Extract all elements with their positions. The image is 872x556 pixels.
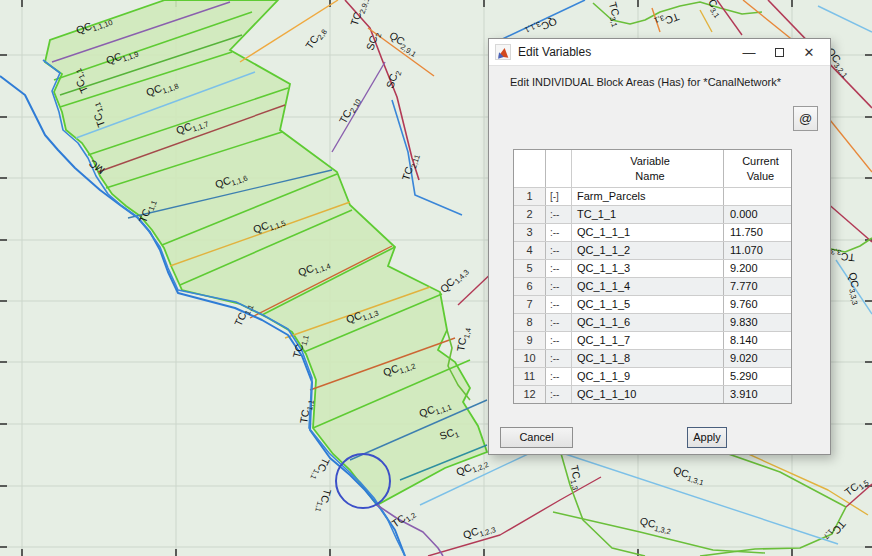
row-index[interactable]: 3 [514,224,546,241]
header-current-value: Current Value [724,150,791,187]
table-row[interactable]: 10:--QC_1_1_89.020 [514,349,791,367]
map-label: TC1,4 [454,326,473,353]
current-value-cell[interactable]: 8.140 [724,332,791,349]
tree-toggle-icon[interactable]: :-- [546,350,572,367]
cancel-button[interactable]: Cancel [500,427,573,448]
current-value-cell[interactable]: 11.070 [724,242,791,259]
variables-table-body: 1[-]Farm_Parcels2:--TC_1_10.0003:--QC_1_… [514,187,791,403]
row-index[interactable]: 10 [514,350,546,367]
table-row[interactable]: 5:--QC_1_1_39.200 [514,259,791,277]
row-index[interactable]: 8 [514,314,546,331]
row-index[interactable]: 12 [514,386,546,403]
map-label: TC2,9,1 [348,0,372,28]
map-label: SC2 [364,30,384,52]
crimson-a-line [717,0,742,35]
tree-toggle-icon[interactable]: :-- [546,260,572,277]
row-index[interactable]: 6 [514,278,546,295]
current-value-cell[interactable]: 9.200 [724,260,791,277]
table-row[interactable]: 12:--QC_1_1_103.910 [514,385,791,403]
variable-name-cell[interactable]: Farm_Parcels [572,188,724,205]
table-row[interactable]: 4:--QC_1_1_211.070 [514,241,791,259]
map-label: QC1,4,3 [437,263,470,296]
tree-toggle-icon[interactable]: :-- [546,224,572,241]
variable-name-cell[interactable]: QC_1_1_10 [572,386,724,403]
map-label: QC3,1,1 [523,13,559,40]
variable-name-cell[interactable]: QC_1_1_8 [572,350,724,367]
row-index[interactable]: 7 [514,296,546,313]
variable-name-cell[interactable]: QC_1_1_7 [572,332,724,349]
green-m-line [700,507,846,556]
lightblue-d-line [818,6,872,32]
dialog-titlebar[interactable]: Edit Variables — ✕ [489,39,830,66]
tree-toggle-icon[interactable]: :-- [546,278,572,295]
current-value-cell[interactable]: 3.910 [724,386,791,403]
map-label: QC1,3,1 [671,464,706,488]
row-index[interactable]: 4 [514,242,546,259]
variable-name-cell[interactable]: QC_1_1_4 [572,278,724,295]
current-value-cell[interactable]: 5.290 [724,368,791,385]
tree-toggle-icon[interactable]: :-- [546,386,572,403]
table-row[interactable]: 1[-]Farm_Parcels [514,187,791,205]
map-label: TC1,5 [842,474,870,501]
table-row[interactable]: 11:--QC_1_1_95.290 [514,367,791,385]
variable-name-cell[interactable]: QC_1_1_9 [572,368,724,385]
qc-3-1-1-line [496,0,585,42]
orange-e-line [826,115,872,172]
current-value-cell[interactable]: 9.830 [724,314,791,331]
tree-toggle-icon[interactable]: [-] [546,188,572,205]
variable-name-cell[interactable]: TC_1_1 [572,206,724,223]
variable-name-cell[interactable]: QC_1_1_1 [572,224,724,241]
edit-variables-dialog: Edit Variables — ✕ Edit INDIVIDUAL Block… [488,38,831,455]
row-index[interactable]: 2 [514,206,546,223]
row-index[interactable]: 5 [514,260,546,277]
table-row[interactable]: 7:--QC_1_1_59.760 [514,295,791,313]
current-value-cell[interactable]: 9.760 [724,296,791,313]
map-label: QC1,2,3 [461,519,496,543]
tree-toggle-icon[interactable]: :-- [546,296,572,313]
row-index[interactable]: 11 [514,368,546,385]
header-index [514,150,546,187]
close-icon[interactable]: ✕ [794,41,824,63]
map-label: TC1,1 [313,487,334,514]
current-value-cell[interactable]: 7.770 [724,278,791,295]
minimize-icon[interactable]: — [734,41,764,63]
variable-name-cell[interactable]: QC_1_1_5 [572,296,724,313]
apply-button[interactable]: Apply [687,427,727,448]
current-value-cell[interactable]: 9.020 [724,350,791,367]
tree-toggle-icon[interactable]: :-- [546,332,572,349]
map-label: TC3,1 [604,1,625,28]
header-tree [546,150,572,187]
tree-toggle-icon[interactable]: :-- [546,206,572,223]
application-window: QC1,1,10QC1,1,9QC1,1,8QC1,1,7QC1,1,6QC1,… [0,0,872,556]
map-label: TC1,1 [308,455,332,483]
tree-toggle-icon[interactable]: :-- [546,242,572,259]
variable-name-cell[interactable]: QC_1_1_2 [572,242,724,259]
dialog-title: Edit Variables [518,45,734,59]
tree-toggle-icon[interactable]: :-- [546,368,572,385]
table-row[interactable]: 8:--QC_1_1_69.830 [514,313,791,331]
dialog-subtitle: Edit INDIVIDUAL Block Areas (Has) for *C… [510,76,781,88]
table-row[interactable]: 2:--TC_1_10.000 [514,205,791,223]
matlab-logo-icon [495,44,511,60]
maximize-icon[interactable] [764,41,794,63]
table-row[interactable]: 9:--QC_1_1_78.140 [514,331,791,349]
header-variable-name: Variable Name [572,150,724,187]
row-index[interactable]: 1 [514,188,546,205]
map-label: TC2,8 [303,24,329,53]
row-index[interactable]: 9 [514,332,546,349]
table-row[interactable]: 3:--QC_1_1_111.750 [514,223,791,241]
map-label: TC3,1 [653,8,681,30]
table-row[interactable]: 6:--QC_1_1_47.770 [514,277,791,295]
current-value-cell[interactable]: 0.000 [724,206,791,223]
variable-name-cell[interactable]: QC_1_1_3 [572,260,724,277]
current-value-cell[interactable] [724,188,791,205]
variables-table: Variable Name Current Value 1[-]Farm_Par… [513,149,792,404]
tree-toggle-icon[interactable]: :-- [546,314,572,331]
qc-1-3-1-line [553,450,838,544]
workspace-variable-button[interactable]: @ [793,106,818,131]
table-header-row: Variable Name Current Value [514,150,791,187]
current-value-cell[interactable]: 11.750 [724,224,791,241]
variable-name-cell[interactable]: QC_1_1_6 [572,314,724,331]
crimson-f-line [826,202,872,242]
